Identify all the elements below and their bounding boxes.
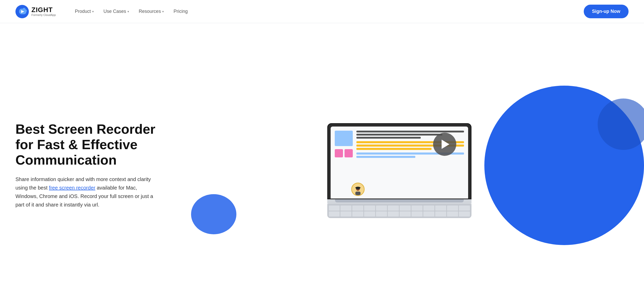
screen-main-content — [356, 131, 464, 158]
dark-line-1 — [356, 131, 464, 132]
avatar-figure — [353, 186, 363, 195]
key — [459, 211, 470, 217]
nav-resources[interactable]: Resources ▾ — [135, 7, 167, 16]
key — [447, 211, 458, 217]
navbar: ZIGHT Formerly CloudApp Product ▾ Use Ca… — [0, 0, 644, 23]
hero-left: Best Screen Recorder for Fast & Effectiv… — [15, 122, 170, 209]
key — [400, 211, 411, 217]
blue-line-2 — [356, 156, 416, 158]
dark-line-2 — [356, 134, 442, 136]
key — [423, 205, 434, 211]
key — [447, 205, 458, 211]
blob-background — [474, 78, 644, 253]
key — [376, 205, 387, 211]
keyboard — [327, 204, 471, 218]
yellow-line-3 — [356, 148, 432, 150]
key — [423, 211, 434, 217]
screen-content — [335, 131, 464, 158]
key — [376, 211, 387, 217]
laptop-base — [327, 199, 471, 204]
svg-rect-6 — [355, 192, 360, 195]
chevron-down-icon: ▾ — [92, 10, 94, 13]
key — [411, 205, 423, 211]
avatar — [351, 183, 365, 196]
nav-product[interactable]: Product ▾ — [71, 7, 97, 16]
laptop — [327, 123, 471, 218]
signup-button[interactable]: Sign-up Now — [584, 5, 629, 18]
laptop-illustration — [327, 123, 471, 218]
play-button[interactable] — [433, 133, 456, 156]
screen-pink-block-1 — [335, 149, 343, 157]
logo-text: ZIGHT Formerly CloudApp — [31, 6, 56, 16]
logo-link[interactable]: ZIGHT Formerly CloudApp — [15, 5, 56, 18]
nav-pricing[interactable]: Pricing — [170, 7, 191, 16]
svg-point-4 — [191, 194, 236, 234]
screen-sidebar — [335, 131, 353, 158]
key — [459, 205, 470, 211]
svg-point-8 — [355, 187, 360, 189]
key — [411, 211, 423, 217]
play-icon — [442, 140, 449, 149]
pink-row — [335, 149, 353, 157]
laptop-bottom — [335, 199, 464, 202]
laptop-screen-outer — [327, 123, 471, 199]
hero-right — [170, 88, 629, 243]
hero-title: Best Screen Recorder for Fast & Effectiv… — [15, 122, 160, 168]
laptop-screen-inner — [331, 127, 468, 199]
brand-name: ZIGHT — [31, 6, 56, 13]
screen-pink-block-2 — [345, 149, 353, 157]
key — [329, 211, 340, 217]
brand-subtitle: Formerly CloudApp — [31, 14, 56, 16]
key — [388, 205, 399, 211]
dark-line-3 — [356, 137, 421, 139]
key — [364, 205, 375, 211]
chevron-down-icon: ▾ — [127, 10, 129, 13]
key — [400, 205, 411, 211]
chevron-down-icon: ▾ — [162, 10, 164, 13]
key — [388, 211, 399, 217]
free-screen-recorder-link[interactable]: free screen recorder — [49, 185, 95, 191]
nav-links: Product ▾ Use Cases ▾ Resources ▾ Pricin… — [71, 7, 584, 16]
key — [340, 205, 351, 211]
key — [435, 211, 446, 217]
key — [435, 205, 446, 211]
key — [352, 211, 363, 217]
key — [329, 205, 340, 211]
key — [340, 211, 351, 217]
key — [364, 211, 375, 217]
nav-use-cases[interactable]: Use Cases ▾ — [100, 7, 133, 16]
hero-section: Best Screen Recorder for Fast & Effectiv… — [0, 23, 644, 287]
logo-icon — [15, 5, 29, 18]
nav-cta-area: Sign-up Now — [584, 5, 629, 18]
screen-blue-block — [335, 131, 353, 146]
blob-secondary — [191, 194, 237, 235]
hero-description: Share information quicker and with more … — [15, 175, 160, 209]
key — [352, 205, 363, 211]
